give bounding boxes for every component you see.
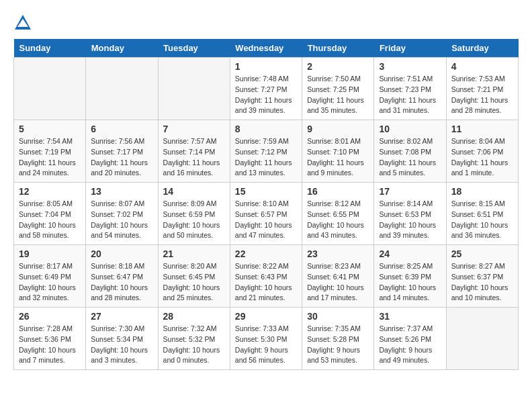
day-info: Sunrise: 8:04 AM Sunset: 7:06 PM Dayligh… [451,136,513,179]
calendar-cell: 26Sunrise: 7:28 AM Sunset: 5:36 PM Dayli… [14,308,86,370]
day-number: 2 [307,61,369,72]
day-number: 7 [163,124,225,134]
calendar-cell: 10Sunrise: 8:02 AM Sunset: 7:08 PM Dayli… [374,120,446,183]
day-info: Sunrise: 8:23 AM Sunset: 6:41 PM Dayligh… [307,261,369,304]
day-number: 19 [19,248,81,259]
calendar-cell: 28Sunrise: 7:32 AM Sunset: 5:32 PM Dayli… [158,308,230,370]
day-number: 24 [379,248,441,259]
day-number: 26 [19,311,81,322]
header-thursday: Thursday [302,39,374,58]
day-info: Sunrise: 8:02 AM Sunset: 7:08 PM Dayligh… [379,136,441,179]
week-row-4: 26Sunrise: 7:28 AM Sunset: 5:36 PM Dayli… [14,308,519,370]
day-number: 3 [379,61,441,72]
calendar-cell: 2Sunrise: 7:50 AM Sunset: 7:25 PM Daylig… [302,58,374,120]
calendar-cell: 24Sunrise: 8:25 AM Sunset: 6:39 PM Dayli… [374,245,446,308]
day-number: 20 [91,248,152,259]
calendar-cell: 1Sunrise: 7:48 AM Sunset: 7:27 PM Daylig… [230,58,302,120]
day-info: Sunrise: 8:25 AM Sunset: 6:39 PM Dayligh… [379,261,441,304]
day-number: 10 [379,124,441,134]
logo-icon [13,13,32,32]
day-info: Sunrise: 7:32 AM Sunset: 5:32 PM Dayligh… [163,324,225,366]
calendar-cell: 19Sunrise: 8:17 AM Sunset: 6:49 PM Dayli… [14,245,86,308]
day-info: Sunrise: 8:18 AM Sunset: 6:47 PM Dayligh… [91,261,152,304]
day-info: Sunrise: 7:59 AM Sunset: 7:12 PM Dayligh… [235,136,297,179]
day-info: Sunrise: 7:30 AM Sunset: 5:34 PM Dayligh… [91,324,152,366]
day-info: Sunrise: 8:14 AM Sunset: 6:53 PM Dayligh… [379,199,441,241]
calendar-cell: 22Sunrise: 8:22 AM Sunset: 6:43 PM Dayli… [230,245,302,308]
day-number: 28 [163,311,225,322]
calendar-cell: 9Sunrise: 8:01 AM Sunset: 7:10 PM Daylig… [302,120,374,183]
day-info: Sunrise: 8:22 AM Sunset: 6:43 PM Dayligh… [235,261,297,304]
calendar-cell: 4Sunrise: 7:53 AM Sunset: 7:21 PM Daylig… [446,58,518,120]
day-number: 11 [451,124,513,134]
header-friday: Friday [374,39,446,58]
day-number: 13 [91,186,152,197]
day-info: Sunrise: 8:20 AM Sunset: 6:45 PM Dayligh… [163,261,225,304]
calendar-cell: 20Sunrise: 8:18 AM Sunset: 6:47 PM Dayli… [86,245,158,308]
day-info: Sunrise: 8:17 AM Sunset: 6:49 PM Dayligh… [19,261,81,304]
calendar-cell [446,308,518,370]
day-info: Sunrise: 8:07 AM Sunset: 7:02 PM Dayligh… [91,199,152,241]
calendar-cell: 6Sunrise: 7:56 AM Sunset: 7:17 PM Daylig… [86,120,158,183]
calendar-cell: 11Sunrise: 8:04 AM Sunset: 7:06 PM Dayli… [446,120,518,183]
header-saturday: Saturday [446,39,518,58]
day-info: Sunrise: 8:01 AM Sunset: 7:10 PM Dayligh… [307,136,369,179]
day-info: Sunrise: 8:27 AM Sunset: 6:37 PM Dayligh… [451,261,513,304]
day-info: Sunrise: 8:09 AM Sunset: 6:59 PM Dayligh… [163,199,225,241]
day-info: Sunrise: 7:37 AM Sunset: 5:26 PM Dayligh… [379,324,441,366]
day-info: Sunrise: 7:56 AM Sunset: 7:17 PM Dayligh… [91,136,152,179]
day-number: 29 [235,311,297,322]
calendar-cell: 14Sunrise: 8:09 AM Sunset: 6:59 PM Dayli… [158,183,230,245]
day-number: 12 [19,186,81,197]
day-number: 9 [307,124,369,134]
calendar-cell [86,58,158,120]
calendar-cell: 5Sunrise: 7:54 AM Sunset: 7:19 PM Daylig… [14,120,86,183]
calendar-cell: 21Sunrise: 8:20 AM Sunset: 6:45 PM Dayli… [158,245,230,308]
calendar-cell: 31Sunrise: 7:37 AM Sunset: 5:26 PM Dayli… [374,308,446,370]
day-number: 17 [379,186,441,197]
calendar-cell [158,58,230,120]
day-info: Sunrise: 7:50 AM Sunset: 7:25 PM Dayligh… [307,74,369,116]
calendar-cell: 18Sunrise: 8:15 AM Sunset: 6:51 PM Dayli… [446,183,518,245]
calendar-cell: 8Sunrise: 7:59 AM Sunset: 7:12 PM Daylig… [230,120,302,183]
day-number: 22 [235,248,297,259]
week-row-2: 12Sunrise: 8:05 AM Sunset: 7:04 PM Dayli… [14,183,519,245]
header-wednesday: Wednesday [230,39,302,58]
day-number: 8 [235,124,297,134]
week-row-0: 1Sunrise: 7:48 AM Sunset: 7:27 PM Daylig… [14,58,519,120]
day-info: Sunrise: 7:48 AM Sunset: 7:27 PM Dayligh… [235,74,297,116]
calendar-cell: 17Sunrise: 8:14 AM Sunset: 6:53 PM Dayli… [374,183,446,245]
day-number: 6 [91,124,152,134]
calendar-cell: 13Sunrise: 8:07 AM Sunset: 7:02 PM Dayli… [86,183,158,245]
day-info: Sunrise: 7:57 AM Sunset: 7:14 PM Dayligh… [163,136,225,179]
page-header [13,13,519,32]
header-tuesday: Tuesday [158,39,230,58]
day-number: 4 [451,61,513,72]
day-info: Sunrise: 7:35 AM Sunset: 5:28 PM Dayligh… [307,324,369,366]
day-info: Sunrise: 8:12 AM Sunset: 6:55 PM Dayligh… [307,199,369,241]
day-info: Sunrise: 8:05 AM Sunset: 7:04 PM Dayligh… [19,199,81,241]
day-number: 27 [91,311,152,322]
calendar-cell: 7Sunrise: 7:57 AM Sunset: 7:14 PM Daylig… [158,120,230,183]
day-info: Sunrise: 7:33 AM Sunset: 5:30 PM Dayligh… [235,324,297,366]
day-info: Sunrise: 8:15 AM Sunset: 6:51 PM Dayligh… [451,199,513,241]
calendar-cell: 23Sunrise: 8:23 AM Sunset: 6:41 PM Dayli… [302,245,374,308]
header-row: SundayMondayTuesdayWednesdayThursdayFrid… [14,39,519,58]
day-number: 25 [451,248,513,259]
day-number: 18 [451,186,513,197]
day-info: Sunrise: 7:53 AM Sunset: 7:21 PM Dayligh… [451,74,513,116]
header-monday: Monday [86,39,158,58]
day-number: 14 [163,186,225,197]
day-info: Sunrise: 7:51 AM Sunset: 7:23 PM Dayligh… [379,74,441,116]
day-info: Sunrise: 7:54 AM Sunset: 7:19 PM Dayligh… [19,136,81,179]
day-info: Sunrise: 7:28 AM Sunset: 5:36 PM Dayligh… [19,324,81,366]
day-number: 16 [307,186,369,197]
calendar-header: SundayMondayTuesdayWednesdayThursdayFrid… [14,39,519,58]
day-number: 1 [235,61,297,72]
calendar-cell: 12Sunrise: 8:05 AM Sunset: 7:04 PM Dayli… [14,183,86,245]
calendar-cell: 15Sunrise: 8:10 AM Sunset: 6:57 PM Dayli… [230,183,302,245]
week-row-1: 5Sunrise: 7:54 AM Sunset: 7:19 PM Daylig… [14,120,519,183]
calendar-table: SundayMondayTuesdayWednesdayThursdayFrid… [13,39,519,370]
day-number: 15 [235,186,297,197]
day-number: 21 [163,248,225,259]
